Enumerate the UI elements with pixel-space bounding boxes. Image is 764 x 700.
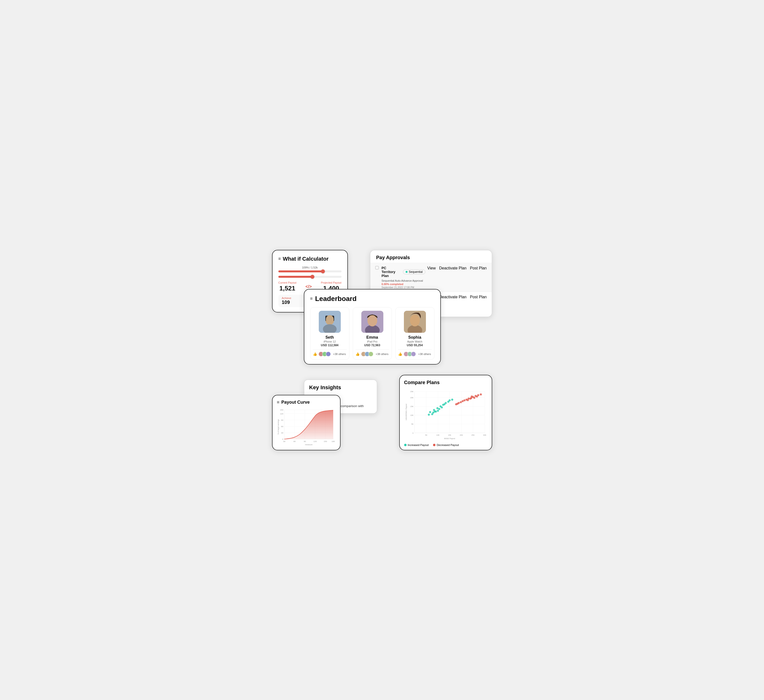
slider1-track xyxy=(279,270,341,272)
view-button-1[interactable]: View xyxy=(427,266,436,270)
svg-point-77 xyxy=(441,406,443,409)
projected-payout-label: Projected Payout xyxy=(321,281,341,284)
sophia-avatars xyxy=(404,352,416,356)
code-icon: </> xyxy=(305,284,312,289)
svg-point-81 xyxy=(448,399,451,402)
current-payout-value: 1,521 xyxy=(279,284,296,292)
legend-increased-label: Increased Payout xyxy=(408,444,429,447)
approval-actions-1: View Deactivate Plan Post Plan xyxy=(427,266,487,270)
approvals-title: Pay Approvals xyxy=(370,250,492,263)
leaderboard-title-text: Leaderboard xyxy=(315,295,357,303)
approval-plan-row-1: PC Territory Plan Sequential xyxy=(382,266,426,278)
calculator-title-text: What if Calculator xyxy=(283,256,329,262)
approval-row-1-inner: PC Territory Plan Sequential Sequential … xyxy=(375,266,487,289)
svg-point-12 xyxy=(410,315,419,325)
approval-checkbox-1[interactable] xyxy=(375,266,379,269)
legend-increased: Increased Payout xyxy=(404,444,429,447)
leaderboard-card: ≡ Leaderboard Seth iPhone 12 USD 112,584 xyxy=(304,289,441,364)
emma-mini-3 xyxy=(368,352,373,356)
sophia-avatar xyxy=(404,311,426,333)
svg-text:25K: 25K xyxy=(410,390,413,392)
deactivate-button-2[interactable]: Deactivate Plan xyxy=(439,295,467,299)
svg-text:measure: measure xyxy=(305,444,313,446)
emma-footer: 👍 +38 others xyxy=(355,349,389,356)
mini-avatar-3 xyxy=(326,352,331,356)
leader-card-sophia: Sophia Apple Watch USD 55,254 👍 +38 othe… xyxy=(395,307,434,359)
svg-text:25K: 25K xyxy=(471,434,474,436)
svg-text:15K: 15K xyxy=(410,405,413,408)
badge-label-1: Sequential xyxy=(409,270,423,273)
svg-point-99 xyxy=(480,393,482,395)
slider2-thumb[interactable] xyxy=(310,275,315,279)
svg-point-85 xyxy=(461,400,463,402)
badge-dot-1 xyxy=(405,271,407,273)
sophia-mini-3 xyxy=(411,352,416,356)
svg-point-68 xyxy=(436,407,438,409)
approval-row-1: PC Territory Plan Sequential Sequential … xyxy=(370,263,492,292)
svg-text:5K: 5K xyxy=(411,423,413,425)
post-button-2[interactable]: Post Plan xyxy=(470,295,487,299)
slider1-fill xyxy=(279,270,324,272)
svg-text:150: 150 xyxy=(324,441,327,442)
svg-point-82 xyxy=(451,398,453,401)
svg-text:120: 120 xyxy=(313,441,317,442)
svg-text:10K: 10K xyxy=(410,414,413,416)
slider2-container xyxy=(279,276,341,278)
svg-text:5K: 5K xyxy=(425,434,427,436)
svg-text:10K: 10K xyxy=(436,434,439,436)
compare-plans-card: Compare Plans 0 5K 10K xyxy=(399,375,492,450)
leader-card-emma: Emma iPad Pro USD 72,563 👍 +38 others xyxy=(353,307,392,359)
svg-point-75 xyxy=(427,414,430,416)
slider1-container: 109% / 1.52k xyxy=(279,266,341,272)
current-payout-block: Current Payout 1,521 xyxy=(279,281,296,292)
seth-amount: USD 112,584 xyxy=(321,344,338,347)
emma-avatar xyxy=(361,311,384,333)
svg-text:30: 30 xyxy=(281,432,283,434)
svg-text:150: 150 xyxy=(280,409,283,411)
legend-decreased-label: Decreased Payout xyxy=(437,444,459,447)
seth-thumbs-icon: 👍 xyxy=(313,352,317,356)
leader-card-seth: Seth iPhone 12 USD 112,584 👍 +38 others xyxy=(310,307,349,359)
approval-date-1: September 21,2022 17:08 PM xyxy=(382,286,426,289)
approval-content-1: PC Territory Plan Sequential Sequential … xyxy=(382,266,426,289)
svg-point-80 xyxy=(437,409,439,412)
payout-hamburger-icon: ≡ xyxy=(277,400,280,405)
svg-text:30: 30 xyxy=(283,441,285,442)
payout-curve-chart: 0 30 60 90 120 150 30 60 90 120 150 180 … xyxy=(277,407,336,447)
compare-scatter-svg: 0 5K 10K 15K 20K 25K 5K 10K 15K 20K 25K … xyxy=(404,388,487,442)
svg-text:60: 60 xyxy=(281,425,283,428)
seth-footer: 👍 +38 others xyxy=(313,349,347,356)
slider2-track xyxy=(279,276,341,278)
svg-point-79 xyxy=(443,403,446,405)
leaderboard-title: ≡ Leaderboard xyxy=(310,295,434,303)
post-button-1[interactable]: Post Plan xyxy=(470,266,487,270)
payout-curve-card: ≡ Payout Curve xyxy=(272,395,341,450)
svg-point-90 xyxy=(460,401,462,403)
svg-point-72 xyxy=(438,408,440,410)
sophia-others: +38 others xyxy=(418,353,431,356)
slider1-thumb[interactable] xyxy=(321,269,325,273)
slider1-label: 109% / 1.52k xyxy=(279,266,341,269)
svg-point-4 xyxy=(326,315,334,324)
payout-curve-svg: 0 30 60 90 120 150 30 60 90 120 150 180 … xyxy=(277,407,336,447)
svg-text:20K: 20K xyxy=(410,397,413,399)
seth-product: iPhone 12 xyxy=(324,340,336,343)
seth-others: +38 others xyxy=(333,353,346,356)
svg-text:15K: 15K xyxy=(448,434,451,436)
leaderboard-hamburger-icon: ≡ xyxy=(310,296,313,301)
emma-product: iPad Pro xyxy=(367,340,377,343)
svg-text:0: 0 xyxy=(282,438,283,441)
deactivate-button-1[interactable]: Deactivate Plan xyxy=(439,266,467,270)
emma-avatar-img xyxy=(361,311,384,333)
scene: ≡ What if Calculator 109% / 1.52k Curren… xyxy=(272,250,492,450)
payout-curve-title-text: Payout Curve xyxy=(281,400,310,405)
compare-plans-title: Compare Plans xyxy=(404,380,487,385)
svg-point-97 xyxy=(467,399,469,401)
sophia-amount: USD 55,254 xyxy=(407,344,423,347)
svg-point-83 xyxy=(434,411,436,413)
emma-name: Emma xyxy=(366,335,378,340)
svg-text:UNIVERSE1 Payout: UNIVERSE1 Payout xyxy=(405,404,407,420)
leader-cards: Seth iPhone 12 USD 112,584 👍 +38 others xyxy=(310,307,434,359)
plan-name-1: PC Territory Plan xyxy=(382,266,401,278)
badge-1: Sequential xyxy=(403,269,426,274)
